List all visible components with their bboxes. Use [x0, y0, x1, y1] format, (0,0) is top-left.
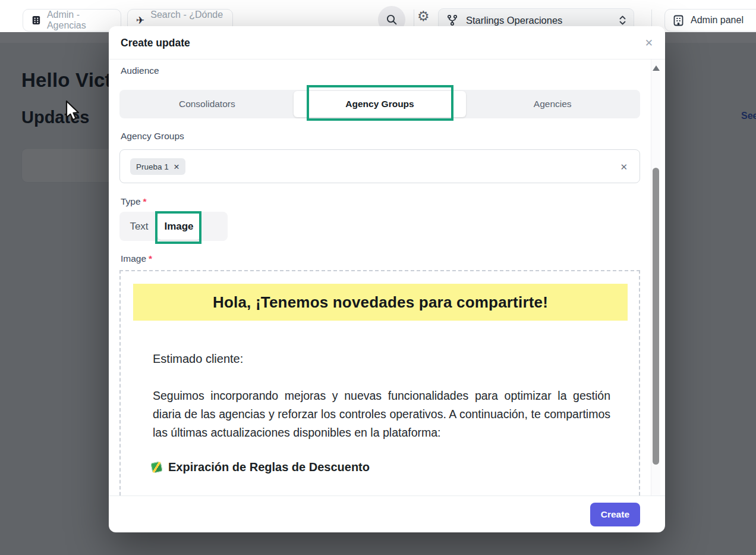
- dialog-body: Audience Consolidators Agency Groups Age…: [109, 59, 665, 496]
- admin-panel-label: Admin panel: [691, 15, 744, 26]
- agency-groups-multiselect[interactable]: Prueba 1 ✕ ✕: [119, 149, 640, 183]
- organization-select-value: Starlings Operaciones: [466, 15, 610, 26]
- building-icon: [32, 15, 41, 26]
- dialog-header: Create update ✕: [109, 26, 665, 59]
- type-label: Type*: [121, 196, 147, 207]
- modal-scrollbar[interactable]: [651, 59, 660, 496]
- audience-option-consolidators[interactable]: Consolidators: [121, 91, 294, 117]
- create-update-dialog: Create update ✕ Audience Consolidators A…: [109, 26, 665, 532]
- selected-chip: Prueba 1 ✕: [130, 158, 185, 175]
- gear-icon[interactable]: ⚙: [417, 7, 430, 26]
- scroll-up-icon[interactable]: [653, 65, 660, 71]
- type-label-text: Type: [121, 196, 141, 206]
- preview-banner: Hola, ¡Tenemos novedades para compartirt…: [133, 284, 628, 321]
- audience-option-agencies[interactable]: Agencies: [466, 91, 639, 117]
- scrollbar-thumb[interactable]: [653, 168, 659, 465]
- dialog-title: Create update: [121, 26, 190, 59]
- chip-label: Prueba 1: [136, 162, 169, 171]
- chip-remove-icon[interactable]: ✕: [174, 162, 179, 171]
- green-tag-icon: [150, 461, 162, 473]
- preview-greeting: Estimado cliente:: [153, 352, 243, 366]
- required-asterisk: *: [149, 253, 152, 264]
- chevrons-up-down-icon: [619, 15, 626, 26]
- dialog-footer: Create: [109, 496, 665, 532]
- tab-admin-agencias[interactable]: Admin - Agencias: [23, 9, 121, 32]
- audience-option-agency-groups[interactable]: Agency Groups: [294, 91, 467, 117]
- type-option-text[interactable]: Text: [121, 213, 158, 240]
- admin-panel-button[interactable]: Admin panel: [664, 9, 756, 32]
- close-icon[interactable]: ✕: [645, 26, 653, 59]
- audience-segmented-control: Consolidators Agency Groups Agencies: [119, 90, 640, 118]
- type-segmented-control: Text Image: [119, 212, 228, 241]
- agency-groups-label: Agency Groups: [121, 131, 184, 142]
- type-option-image[interactable]: Image: [158, 213, 200, 240]
- clear-selection-icon[interactable]: ✕: [620, 150, 628, 184]
- org-branch-icon: [447, 14, 458, 26]
- search-icon: [386, 14, 398, 26]
- tab-admin-label: Admin - Agencias: [47, 10, 112, 31]
- create-button[interactable]: Create: [590, 503, 640, 526]
- preview-section-heading: Expiración de Reglas de Descuento: [152, 460, 370, 474]
- image-dropzone[interactable]: Hola, ¡Tenemos novedades para compartirt…: [119, 270, 640, 496]
- image-label: Image*: [121, 253, 152, 264]
- preview-banner-text: Hola, ¡Tenemos novedades para compartirt…: [213, 293, 548, 312]
- admin-building-icon: [673, 15, 683, 26]
- image-label-text: Image: [121, 253, 146, 264]
- airplane-icon: ✈: [136, 14, 144, 27]
- audience-label: Audience: [121, 65, 159, 76]
- preview-paragraph: Seguimos incorporando mejoras y nuevas f…: [153, 387, 610, 442]
- required-asterisk: *: [143, 196, 147, 206]
- preview-section-title: Expiración de Reglas de Descuento: [168, 460, 370, 474]
